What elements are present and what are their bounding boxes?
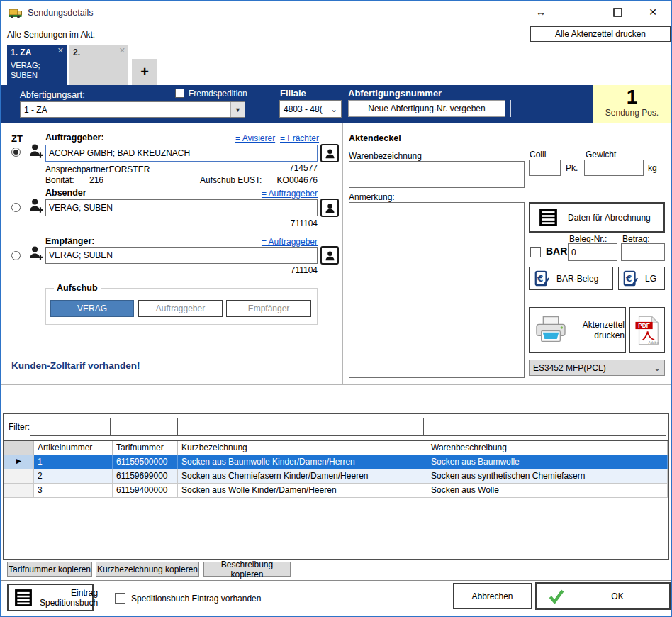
aufschub-auftraggeber-button[interactable]: Auftraggeber bbox=[138, 300, 223, 317]
aufschub-verag-button[interactable]: VERAG bbox=[50, 300, 134, 317]
table-cell[interactable]: Socken aus Chemiefasern Kinder/Damen/Hee… bbox=[178, 469, 427, 484]
auftraggeber-input[interactable] bbox=[45, 145, 318, 162]
absender-contact-button[interactable] bbox=[320, 199, 339, 217]
empfaenger-auftraggeber-link[interactable]: = Auftraggeber bbox=[254, 237, 318, 247]
maximize-icon[interactable] bbox=[610, 4, 625, 20]
pdf-button[interactable]: PDF Adobe bbox=[629, 307, 665, 353]
beschreibung-kopieren-button[interactable]: Beschreibung kopieren bbox=[203, 562, 291, 577]
anmerkung-textarea[interactable] bbox=[349, 202, 525, 378]
tab-sendung-1[interactable]: 1. ZA ✕ VERAG; SUBEN bbox=[7, 45, 67, 85]
column-header[interactable]: Tarifnummer bbox=[113, 441, 178, 455]
betrag-input[interactable] bbox=[621, 243, 665, 261]
tab2-close-icon[interactable]: ✕ bbox=[119, 46, 125, 55]
table-cell[interactable]: Socken aus Baumwolle bbox=[427, 455, 668, 469]
table-cell[interactable]: 3 bbox=[34, 484, 113, 498]
filter-tarifnummer-input[interactable] bbox=[110, 418, 178, 436]
daten-fuer-abrechnung-button[interactable]: Daten für Abrechnung bbox=[529, 202, 665, 233]
alle-aktenzettel-drucken-button[interactable]: Alle Aktenzettel drucken bbox=[530, 26, 671, 42]
add-person-icon[interactable] bbox=[28, 197, 44, 214]
empfaenger-input[interactable] bbox=[45, 247, 318, 264]
column-header[interactable]: Kurzbezeichnung bbox=[178, 441, 427, 455]
add-person-icon[interactable] bbox=[28, 245, 44, 262]
avisierer-link[interactable]: = Avisierer bbox=[235, 133, 275, 143]
row-selector-header bbox=[4, 441, 34, 455]
sendung-pos-value: 1 bbox=[593, 87, 671, 108]
svg-text:Adobe: Adobe bbox=[649, 340, 659, 345]
table-cell[interactable]: 61159400000 bbox=[113, 484, 178, 498]
add-tab-button[interactable]: + bbox=[132, 59, 157, 85]
auftraggeber-contact-button[interactable] bbox=[320, 144, 339, 162]
filiale-select[interactable]: 4803 - 48( ⌄ bbox=[279, 100, 342, 118]
empfaenger-number: 711104 bbox=[247, 265, 318, 275]
colli-input[interactable] bbox=[529, 160, 561, 176]
absender-input[interactable] bbox=[45, 199, 318, 216]
bonitaet-label: Bonität: bbox=[45, 175, 74, 185]
warenbezeichnung-input[interactable] bbox=[349, 161, 525, 188]
table-cell[interactable]: 2 bbox=[34, 469, 113, 484]
table-cell[interactable]: Socken aus Wolle Kinder/Damen/Heeren bbox=[178, 484, 427, 498]
fraechter-link[interactable]: = Frächter bbox=[280, 133, 319, 143]
filter-warenbeschreibung-input[interactable] bbox=[423, 418, 666, 436]
table-cell[interactable]: Socken aus Baumwolle Kinder/Damen/Herren bbox=[178, 455, 427, 469]
speditionsbuch-checkbox[interactable] bbox=[115, 593, 125, 604]
lg-button[interactable]: € LG bbox=[618, 267, 665, 290]
aufschub-empfaenger-button[interactable]: Empfänger bbox=[226, 300, 311, 317]
bar-checkbox[interactable] bbox=[530, 247, 541, 257]
lg-label: LG bbox=[645, 274, 656, 284]
main-bottom-divider bbox=[1, 384, 671, 385]
column-header[interactable]: Artikelnummer bbox=[34, 441, 113, 455]
table-cell[interactable]: Socken aus synthetischen Chemiefasern bbox=[427, 469, 668, 484]
chevron-down-icon[interactable]: ⌄ bbox=[330, 104, 341, 114]
aktenzettel-drucken-label: Aktenzettel drucken bbox=[573, 320, 625, 341]
column-header[interactable]: Warenbeschreibung bbox=[427, 441, 668, 455]
close-icon[interactable]: ✕ bbox=[645, 4, 661, 20]
tab1-subtitle2: SUBEN bbox=[11, 71, 38, 79]
bar-beleg-button[interactable]: € BAR-Beleg bbox=[529, 267, 613, 290]
beleg-nr-input[interactable] bbox=[568, 243, 617, 261]
filiale-label: Filiale bbox=[280, 88, 306, 99]
table-cell[interactable]: 61159500000 bbox=[113, 455, 178, 469]
abfertigungsart-select[interactable]: 1 - ZA ▼ bbox=[20, 101, 245, 118]
chevron-down-icon[interactable]: ⌄ bbox=[654, 363, 664, 373]
table-cell[interactable]: 61159699000 bbox=[113, 469, 178, 484]
abbrechen-button[interactable]: Abbrechen bbox=[453, 583, 532, 609]
zt-label: ZT bbox=[11, 133, 23, 144]
filter-artikelnummer-input[interactable] bbox=[30, 418, 111, 436]
warenbezeichnung-label: Warenbezeichnung bbox=[349, 151, 422, 161]
table-cell[interactable]: Socken aus Wolle bbox=[427, 484, 668, 498]
printer-select[interactable]: ES3452 MFP(PCL) ⌄ bbox=[529, 360, 665, 376]
gewicht-input[interactable] bbox=[584, 160, 644, 176]
table-cell[interactable]: 1 bbox=[34, 455, 113, 469]
tab1-close-icon[interactable]: ✕ bbox=[57, 46, 64, 55]
absender-radio[interactable] bbox=[11, 203, 21, 212]
auftraggeber-radio[interactable] bbox=[11, 148, 21, 157]
check-icon bbox=[547, 587, 566, 606]
kurzbezeichnung-kopieren-button[interactable]: Kurzbezeichnung kopieren bbox=[96, 562, 199, 577]
band-separator bbox=[510, 100, 511, 117]
add-person-icon[interactable] bbox=[28, 143, 44, 160]
aktenzettel-drucken-button[interactable]: Aktenzettel drucken bbox=[529, 307, 626, 353]
ok-button[interactable]: OK bbox=[535, 582, 671, 610]
dropdown-arrow-icon[interactable]: ▼ bbox=[230, 102, 245, 117]
empfaenger-contact-button[interactable] bbox=[320, 246, 339, 265]
tab-sendung-2[interactable]: 2. ✕ bbox=[69, 45, 128, 85]
minimize-icon[interactable]: – bbox=[574, 4, 590, 20]
bar-beleg-label: BAR-Beleg bbox=[556, 274, 598, 284]
auftraggeber-number: 714577 bbox=[247, 163, 318, 173]
bonitaet-value: 216 bbox=[89, 175, 103, 185]
row-selector-cell[interactable] bbox=[4, 484, 34, 498]
neue-abfertigungsnr-button[interactable]: Neue Abfertigung-Nr. vergeben bbox=[348, 100, 505, 117]
empfaenger-radio[interactable] bbox=[11, 251, 21, 260]
row-selector-cell[interactable]: ► bbox=[4, 455, 34, 469]
filter-kurzbezeichnung-input[interactable] bbox=[177, 418, 424, 436]
resize-arrows-icon[interactable]: ↔ bbox=[533, 4, 549, 20]
tab1-title: 1. ZA bbox=[11, 48, 31, 57]
row-selector-cell[interactable] bbox=[4, 469, 34, 484]
fremdspedition-checkbox[interactable] bbox=[175, 89, 184, 98]
abfertigungsart-label: Abfertigungsart: bbox=[20, 89, 85, 100]
footer-divider bbox=[1, 580, 671, 581]
aufschub-group-title: Aufschub bbox=[54, 283, 101, 293]
eintrag-speditionsbuch-button[interactable]: Eintrag Speditionsbuch bbox=[7, 584, 94, 611]
tarifnummer-kopieren-button[interactable]: Tarifnummer kopieren bbox=[7, 562, 92, 577]
absender-auftraggeber-link[interactable]: = Auftraggeber bbox=[254, 189, 318, 199]
